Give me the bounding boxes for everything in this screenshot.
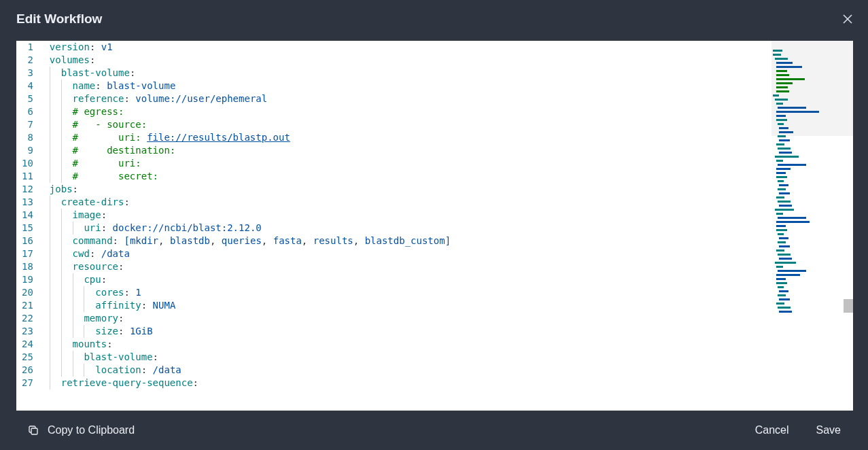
code-line[interactable]: affinity: NUMA [50, 299, 771, 312]
code-line[interactable]: blast-volume: [50, 67, 771, 80]
code-line[interactable]: resource: [50, 260, 771, 273]
code-line[interactable]: volumes: [50, 54, 771, 67]
save-button[interactable]: Save [816, 424, 841, 436]
line-number: 20 [22, 286, 37, 299]
line-number: 8 [22, 131, 37, 144]
copy-label: Copy to Clipboard [48, 424, 135, 436]
minimap-scrollbar-thumb[interactable] [844, 299, 853, 313]
code-line[interactable]: # - source: [50, 118, 771, 131]
line-number: 16 [22, 235, 37, 247]
code-content[interactable]: version: v1volumes: blast-volume: name: … [50, 41, 771, 411]
modal-title: Edit Workflow [16, 12, 102, 27]
code-line[interactable]: jobs: [50, 183, 771, 196]
close-button[interactable] [838, 10, 857, 29]
footer-actions: Cancel Save [755, 424, 841, 436]
copy-icon [27, 424, 39, 436]
line-number-gutter: 1234567891011121314151617181920212223242… [16, 41, 50, 411]
edit-workflow-modal: Edit Workflow 12345678910111213141516171… [16, 0, 868, 450]
line-number: 15 [22, 222, 37, 235]
code-line[interactable]: location: /data [50, 364, 771, 377]
code-line[interactable]: command: [mkdir, blastdb, queries, fasta… [50, 235, 771, 247]
line-number: 25 [22, 351, 37, 364]
line-number: 19 [22, 273, 37, 286]
line-number: 13 [22, 196, 37, 209]
code-line[interactable]: size: 1GiB [50, 325, 771, 338]
modal-footer: Copy to Clipboard Cancel Save [16, 411, 868, 450]
line-number: 4 [22, 80, 37, 92]
code-line[interactable]: # egress: [50, 105, 771, 118]
code-line[interactable]: # secret: [50, 170, 771, 183]
line-number: 14 [22, 209, 37, 222]
code-line[interactable]: memory: [50, 312, 771, 325]
line-number: 21 [22, 299, 37, 312]
line-number: 18 [22, 260, 37, 273]
line-number: 3 [22, 67, 37, 80]
code-line[interactable]: image: [50, 209, 771, 222]
modal-header: Edit Workflow [16, 0, 868, 41]
close-icon [842, 14, 853, 24]
svg-rect-2 [31, 428, 37, 434]
code-line[interactable]: cpu: [50, 273, 771, 286]
code-line[interactable]: cores: 1 [50, 286, 771, 299]
code-line[interactable]: name: blast-volume [50, 80, 771, 92]
line-number: 6 [22, 105, 37, 118]
line-number: 10 [22, 157, 37, 170]
code-line[interactable]: cwd: /data [50, 247, 771, 260]
line-number: 2 [22, 54, 37, 67]
minimap-viewport[interactable] [771, 41, 853, 136]
code-line[interactable]: mounts: [50, 338, 771, 351]
line-number: 23 [22, 325, 37, 338]
code-line[interactable]: retrieve-query-sequence: [50, 377, 771, 390]
line-number: 26 [22, 364, 37, 377]
line-number: 24 [22, 338, 37, 351]
code-line[interactable]: # destination: [50, 144, 771, 157]
line-number: 22 [22, 312, 37, 325]
line-number: 12 [22, 183, 37, 196]
line-number: 9 [22, 144, 37, 157]
line-number: 11 [22, 170, 37, 183]
code-line[interactable]: # uri: file://results/blastp.out [50, 131, 771, 144]
code-line[interactable]: blast-volume: [50, 351, 771, 364]
code-line[interactable]: uri: docker://ncbi/blast:2.12.0 [50, 222, 771, 235]
line-number: 17 [22, 247, 37, 260]
code-line[interactable]: # uri: [50, 157, 771, 170]
cancel-button[interactable]: Cancel [755, 424, 789, 436]
line-number: 7 [22, 118, 37, 131]
editor-minimap[interactable] [771, 41, 853, 411]
copy-to-clipboard-button[interactable]: Copy to Clipboard [27, 424, 135, 436]
line-number: 27 [22, 377, 37, 390]
code-line[interactable]: reference: volume://user/ephemeral [50, 92, 771, 105]
code-editor[interactable]: 1234567891011121314151617181920212223242… [16, 41, 853, 411]
line-number: 1 [22, 41, 37, 54]
line-number: 5 [22, 92, 37, 105]
code-line[interactable]: create-dirs: [50, 196, 771, 209]
code-line[interactable]: version: v1 [50, 41, 771, 54]
